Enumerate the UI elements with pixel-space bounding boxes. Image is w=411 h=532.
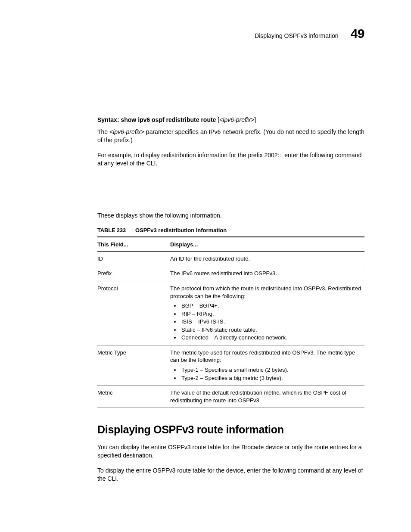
cell-field: Metric [97, 386, 170, 408]
cell-field: ID [97, 251, 170, 266]
cell-desc: An ID for the redistributed route. [170, 251, 364, 266]
chapter-number: 49 [351, 25, 364, 43]
para1-arg: ipv6-prefix [113, 128, 141, 135]
table-header-row: This Field... Displays... [97, 237, 364, 251]
section-paragraph-2: To display the entire OSPFv3 route table… [97, 467, 364, 483]
table-header-field: This Field... [97, 237, 170, 251]
cell-field: Protocol [97, 281, 170, 345]
syntax-bracket-open: [< [218, 116, 223, 123]
paragraph-prefix-desc: The <ipv6-prefix> parameter specifies an… [97, 128, 364, 144]
cell-desc-text: The metric type used for routes redistri… [170, 349, 362, 364]
section-paragraph-1: You can display the entire OSPFv3 route … [97, 443, 364, 460]
syntax-line: Syntax: show ipv6 ospf redistribute rout… [97, 116, 364, 124]
table-header-displays: Displays... [170, 237, 364, 251]
table-row: ID An ID for the redistributed route. [97, 251, 364, 266]
list-item: Connected – A directly connected network… [181, 333, 362, 342]
info-table: This Field... Displays... ID An ID for t… [97, 237, 364, 408]
table-row: Prefix The IPv6 routes redistributed int… [97, 266, 364, 281]
cell-desc: The value of the default redistribution … [170, 386, 364, 408]
table-row: Metric The value of the default redistri… [97, 386, 364, 408]
section-title: Displaying OSPFv3 route information [97, 423, 364, 437]
cell-field: Prefix [97, 266, 170, 281]
cell-desc-list: Type-1 – Specifies a small metric (2 byt… [170, 366, 362, 382]
cell-field: Metric Type [97, 345, 170, 385]
list-item: Type-1 – Specifies a small metric (2 byt… [181, 366, 362, 374]
list-item: ISIS – IPv6 IS-IS. [181, 317, 362, 326]
page: Displaying OSPFv3 information 49 Syntax:… [0, 0, 411, 532]
cell-desc: The protocol from which the route is red… [170, 281, 364, 345]
cell-desc-text: The protocol from which the route is red… [170, 285, 362, 300]
running-header: Displaying OSPFv3 information 49 [97, 25, 364, 43]
syntax-bracket-close: >] [251, 116, 256, 123]
syntax-label: Syntax: [97, 116, 119, 123]
syntax-command: show ipv6 ospf redistribute route [121, 116, 216, 123]
table-caption-label: TABLE 233 [97, 227, 126, 233]
running-header-title: Displaying OSPFv3 information [255, 32, 339, 40]
table-row: Metric Type The metric type used for rou… [97, 345, 364, 385]
paragraph-example: For example, to display redistribution i… [97, 151, 364, 168]
cell-desc: The metric type used for routes redistri… [170, 345, 364, 385]
table-caption: TABLE 233OSPFv3 redistribution informati… [97, 227, 364, 238]
list-item: Type-2 – Specifies a big metric (3 bytes… [181, 374, 362, 382]
para1-a: The < [97, 128, 113, 135]
paragraph-displays-intro: These displays show the following inform… [97, 212, 364, 220]
table-caption-title: OSPFv3 redistribution information [135, 227, 227, 233]
syntax-arg: ipv6-prefix [223, 116, 251, 123]
table-row: Protocol The protocol from which the rou… [97, 281, 364, 345]
cell-desc: The IPv6 routes redistributed into OSPFv… [170, 266, 364, 281]
list-item: Static – IPv6 static route table. [181, 326, 362, 334]
cell-desc-list: BGP – BGP4+. RIP – RIPng. ISIS – IPv6 IS… [170, 302, 362, 342]
list-item: RIP – RIPng. [181, 310, 362, 318]
list-item: BGP – BGP4+. [181, 302, 362, 310]
